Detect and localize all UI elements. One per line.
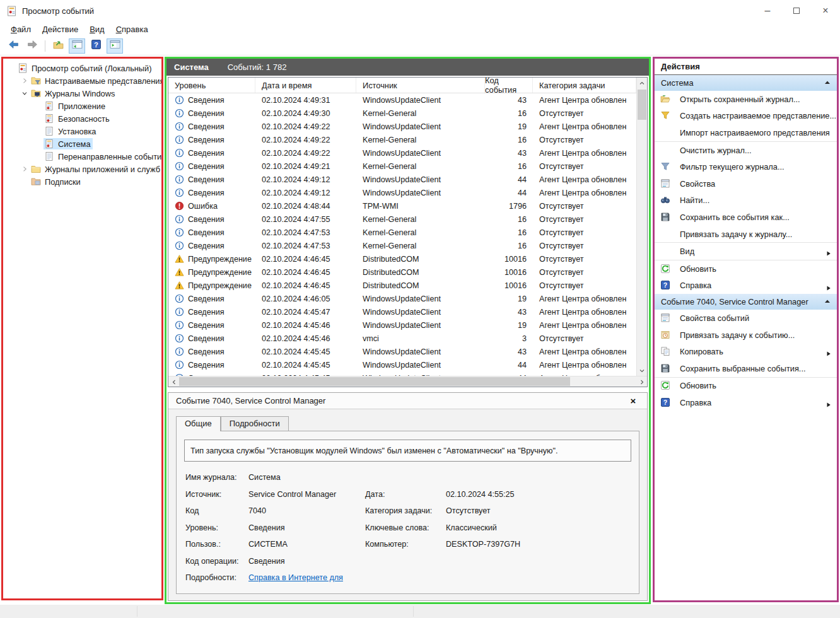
tree-item-журналы-приложений-и-служб[interactable]: Журналы приложений и служб bbox=[3, 163, 161, 175]
submenu-arrow-icon bbox=[826, 400, 831, 409]
column-header-уровень[interactable]: Уровень bbox=[168, 78, 255, 93]
action-найти[interactable]: Найти... bbox=[655, 192, 837, 209]
column-header-источник[interactable]: Источник bbox=[356, 78, 485, 93]
action-привязать-задачу-к-событию[interactable]: Привязать задачу к событию... bbox=[655, 327, 837, 344]
toggle-action-pane-button[interactable] bbox=[107, 38, 123, 54]
scroll-right-arrow-icon[interactable] bbox=[636, 376, 647, 387]
collapse-icon[interactable] bbox=[824, 78, 831, 88]
online-help-link[interactable]: Справка в Интернете для bbox=[248, 573, 365, 582]
menu-вид[interactable]: Вид bbox=[84, 23, 110, 36]
tree-item-настраиваемые-представления[interactable]: Настраиваемые представления bbox=[3, 74, 161, 87]
chevron-right-icon[interactable] bbox=[19, 76, 30, 86]
tree-item-просмотр-событий-локальный[interactable]: Просмотр событий (Локальный) bbox=[3, 62, 161, 74]
forward-button[interactable] bbox=[24, 38, 40, 54]
maximize-button[interactable] bbox=[782, 0, 811, 21]
menu-файл[interactable]: Файл bbox=[5, 23, 37, 36]
action-справка[interactable]: ?Справка bbox=[655, 277, 837, 294]
event-row[interactable]: Сведения02.10.2024 4:45:46WindowsUpdateC… bbox=[168, 318, 636, 332]
event-row[interactable]: Сведения02.10.2024 4:49:21Kernel-General… bbox=[168, 160, 636, 173]
event-source: WindowsUpdateClient bbox=[356, 294, 485, 303]
scroll-up-arrow-icon[interactable] bbox=[636, 78, 647, 88]
event-row[interactable]: Сведения02.10.2024 4:49:12WindowsUpdateC… bbox=[168, 173, 636, 186]
event-row[interactable]: Сведения02.10.2024 4:45:45WindowsUpdateC… bbox=[168, 345, 636, 358]
action-открыть-сохраненный-журнал[interactable]: Открыть сохраненный журнал... bbox=[655, 91, 837, 108]
column-header-категория-задачи[interactable]: Категория задачи bbox=[533, 78, 636, 93]
action-привязать-задачу-к-журналу[interactable]: Привязать задачу к журналу... bbox=[655, 226, 837, 243]
event-row[interactable]: Предупреждение02.10.2024 4:46:45Distribu… bbox=[168, 279, 636, 292]
event-row[interactable]: Предупреждение02.10.2024 4:46:45Distribu… bbox=[168, 252, 636, 265]
event-row[interactable]: Сведения02.10.2024 4:49:12WindowsUpdateC… bbox=[168, 186, 636, 199]
horizontal-scroll-thumb[interactable] bbox=[179, 377, 570, 386]
action-сохранить-все-события-как[interactable]: Сохранить все события как... bbox=[655, 209, 837, 226]
action-обновить[interactable]: Обновить bbox=[655, 260, 837, 277]
action-обновить[interactable]: Обновить bbox=[655, 378, 837, 395]
action-label: Обновить bbox=[680, 381, 716, 390]
actions-section-header-event[interactable]: Событие 7040, Service Control Manager bbox=[655, 294, 837, 310]
tree-item-приложение[interactable]: Приложение bbox=[3, 100, 161, 112]
toggle-console-tree-button[interactable] bbox=[69, 38, 85, 54]
chevron-right-icon[interactable] bbox=[19, 164, 30, 174]
tree-item-перенаправленные-события[interactable]: Перенаправленные события bbox=[3, 150, 161, 163]
event-row[interactable]: Сведения02.10.2024 4:49:22WindowsUpdateC… bbox=[168, 146, 636, 160]
vertical-scroll-thumb[interactable] bbox=[638, 90, 646, 120]
event-row[interactable]: Сведения02.10.2024 4:45:45WindowsUpdateC… bbox=[168, 371, 636, 376]
action-импорт-настраиваемого-представления[interactable]: Импорт настраиваемого представления bbox=[655, 124, 837, 141]
event-row[interactable]: Сведения02.10.2024 4:49:22Kernel-General… bbox=[168, 133, 636, 146]
menu-справка[interactable]: Справка bbox=[110, 23, 154, 36]
event-row[interactable]: Сведения02.10.2024 4:45:45WindowsUpdateC… bbox=[168, 358, 636, 371]
event-row[interactable]: Сведения02.10.2024 4:47:53Kernel-General… bbox=[168, 226, 636, 239]
event-row[interactable]: Сведения02.10.2024 4:49:30Kernel-General… bbox=[168, 107, 636, 120]
help-button[interactable]: ? bbox=[88, 38, 104, 54]
action-очистить-журнал[interactable]: Очистить журнал... bbox=[655, 142, 837, 159]
collapse-icon[interactable] bbox=[824, 297, 831, 306]
event-row[interactable]: Предупреждение02.10.2024 4:46:45Distribu… bbox=[168, 265, 636, 279]
horizontal-scrollbar[interactable] bbox=[168, 376, 647, 387]
submenu-arrow-icon bbox=[826, 283, 831, 293]
close-button[interactable]: × bbox=[811, 0, 840, 21]
action-справка[interactable]: ?Справка bbox=[655, 394, 837, 411]
action-создать-настраиваемое-представление[interactable]: Создать настраиваемое представление... bbox=[655, 108, 837, 125]
column-header-дата-и-время[interactable]: Дата и время bbox=[255, 78, 356, 93]
actions-section-header-log[interactable]: Система bbox=[655, 75, 837, 91]
action-вид[interactable]: Вид bbox=[655, 243, 837, 260]
event-level: Сведения bbox=[188, 109, 225, 118]
export-button[interactable] bbox=[50, 38, 66, 54]
submenu-arrow-icon bbox=[826, 248, 831, 258]
event-row[interactable]: Сведения02.10.2024 4:45:46vmci3Отсутству… bbox=[168, 332, 636, 345]
tree-item-label: Настраиваемые представления bbox=[45, 76, 163, 86]
tree-item-label: Система bbox=[58, 139, 91, 149]
event-row[interactable]: Сведения02.10.2024 4:47:55Kernel-General… bbox=[168, 213, 636, 226]
event-row[interactable]: Сведения02.10.2024 4:46:05WindowsUpdateC… bbox=[168, 292, 636, 305]
event-row[interactable]: Сведения02.10.2024 4:49:31WindowsUpdateC… bbox=[168, 93, 636, 107]
tab-подробности[interactable]: Подробности bbox=[221, 416, 289, 431]
detail-close-icon[interactable]: × bbox=[627, 395, 639, 406]
tree-item-журналы-windows[interactable]: Журналы Windows bbox=[3, 87, 161, 100]
tab-общие[interactable]: Общие bbox=[176, 416, 221, 431]
action-свойства-событий[interactable]: Свойства событий bbox=[655, 310, 837, 327]
action-свойства[interactable]: Свойства bbox=[655, 175, 837, 192]
tree-expander-empty bbox=[32, 139, 44, 149]
tree-item-установка[interactable]: Установка bbox=[3, 125, 161, 137]
filter-yellow-icon bbox=[660, 110, 672, 121]
tree-item-система[interactable]: Система bbox=[3, 137, 161, 150]
event-code: 10016 bbox=[485, 281, 533, 290]
event-row[interactable]: Сведения02.10.2024 4:49:22WindowsUpdateC… bbox=[168, 120, 636, 133]
action-сохранить-выбранные-события[interactable]: Сохранить выбранные события... bbox=[655, 360, 837, 377]
vertical-scrollbar[interactable] bbox=[636, 78, 647, 376]
event-source: Kernel-General bbox=[356, 162, 485, 171]
scroll-left-arrow-icon[interactable] bbox=[168, 376, 179, 387]
event-row[interactable]: Ошибка02.10.2024 4:48:44TPM-WMI1796Отсут… bbox=[168, 199, 636, 213]
back-button[interactable] bbox=[5, 38, 21, 54]
event-row[interactable]: Сведения02.10.2024 4:45:47WindowsUpdateC… bbox=[168, 305, 636, 318]
event-row[interactable]: Сведения02.10.2024 4:47:53Kernel-General… bbox=[168, 239, 636, 252]
action-фильтр-текущего-журнала[interactable]: Фильтр текущего журнала... bbox=[655, 158, 837, 175]
tree-item-label: Просмотр событий (Локальный) bbox=[32, 64, 151, 73]
scroll-down-arrow-icon[interactable] bbox=[636, 365, 647, 376]
menu-действие[interactable]: Действие bbox=[37, 23, 84, 36]
tree-item-безопасность[interactable]: Безопасность bbox=[3, 112, 161, 125]
action-копировать[interactable]: Копировать bbox=[655, 343, 837, 360]
chevron-down-icon[interactable] bbox=[19, 88, 30, 98]
column-header-код-события[interactable]: Код события bbox=[485, 78, 533, 93]
tree-item-подписки[interactable]: Подписки bbox=[3, 175, 161, 188]
minimize-button[interactable]: – bbox=[753, 0, 782, 21]
